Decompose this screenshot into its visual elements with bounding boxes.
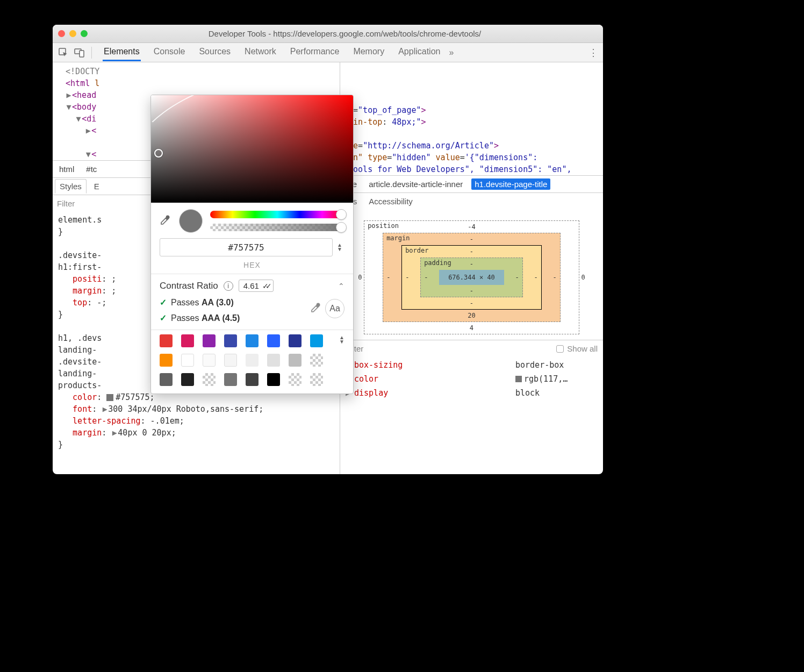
- breadcrumb-item[interactable]: #tc: [83, 163, 100, 175]
- check-icon: ✓: [160, 313, 167, 323]
- devtools-window: Developer Tools - https://developers.goo…: [53, 25, 603, 474]
- show-all-label: Show all: [567, 344, 598, 353]
- tab-network[interactable]: Network: [243, 44, 277, 61]
- palette-swatch[interactable]: [246, 354, 259, 367]
- palette: ▲▼: [151, 330, 353, 394]
- hue-slider[interactable]: [210, 211, 344, 218]
- breadcrumb-item[interactable]: html: [56, 163, 77, 175]
- breadcrumb-right: clearticle.devsite-article-innerh1.devsi…: [340, 175, 603, 192]
- palette-swatch[interactable]: [160, 334, 173, 347]
- palette-swatch[interactable]: [267, 373, 280, 386]
- palette-swatch[interactable]: [203, 334, 216, 347]
- main-toolbar: Elements Console Sources Network Perform…: [53, 43, 603, 62]
- contrast-collapse-icon[interactable]: ⌃: [338, 282, 344, 290]
- palette-swatch[interactable]: [246, 373, 259, 386]
- palette-swatch[interactable]: [224, 334, 237, 347]
- palette-swatch[interactable]: [267, 354, 280, 367]
- contrast-title: Contrast Ratio: [160, 281, 218, 291]
- right-pane: id="top_of_page">rgin-top: 48px;">erype=…: [340, 62, 603, 474]
- text-color-toggle[interactable]: Aa: [325, 299, 344, 318]
- check-icon: ✓: [160, 297, 167, 308]
- palette-swatch[interactable]: [181, 334, 194, 347]
- boxmodel-content: 676.344 × 40: [439, 270, 504, 285]
- box-model: position -4 4 0 0 margin - 20 - - bord: [340, 210, 603, 340]
- styles-filter-input[interactable]: Filter: [57, 199, 75, 208]
- boxmodel-padding-label: padding: [424, 259, 451, 267]
- palette-swatch[interactable]: [289, 354, 302, 367]
- spectrum-handle[interactable]: [154, 149, 163, 158]
- palette-swatch[interactable]: [289, 373, 302, 386]
- palette-swatch[interactable]: [203, 354, 216, 367]
- tab-performance[interactable]: Performance: [289, 44, 341, 61]
- palette-swatch[interactable]: [310, 354, 323, 367]
- tab-memory[interactable]: Memory: [352, 44, 385, 61]
- computed-filter-row: Filter Show all: [340, 340, 603, 357]
- alpha-thumb[interactable]: [336, 222, 347, 233]
- device-toggle-icon[interactable]: [73, 46, 86, 59]
- info-icon[interactable]: i: [224, 281, 233, 291]
- tab-accessibility[interactable]: Accessibility: [364, 195, 417, 208]
- palette-swatch[interactable]: [224, 373, 237, 386]
- dom-tree-right[interactable]: id="top_of_page">rgin-top: 48px;">erype=…: [340, 62, 603, 175]
- eyedropper-icon[interactable]: [160, 215, 171, 227]
- tab-styles[interactable]: Styles: [55, 179, 87, 194]
- current-color-swatch: [179, 209, 203, 233]
- computed-list[interactable]: ▶box-sizingborder-box▶colorrgb(117,…▶dis…: [340, 357, 603, 474]
- color-spectrum[interactable]: [151, 95, 353, 203]
- palette-swatch[interactable]: [181, 354, 194, 367]
- hue-thumb[interactable]: [336, 209, 347, 220]
- boxmodel-position-label: position: [368, 222, 399, 230]
- palette-swatch[interactable]: [224, 354, 237, 367]
- svg-rect-2: [80, 51, 84, 57]
- alpha-slider[interactable]: [210, 224, 344, 231]
- zoom-icon[interactable]: [81, 30, 88, 37]
- breadcrumb-item[interactable]: article.devsite-article-inner: [365, 178, 466, 190]
- tab-console[interactable]: Console: [153, 44, 186, 61]
- palette-stepper[interactable]: ▲▼: [339, 335, 344, 344]
- contrast-eyedropper-icon[interactable]: [310, 303, 321, 315]
- boxmodel-border-label: border: [405, 247, 428, 254]
- traffic-lights: [58, 30, 88, 37]
- window-title: Developer Tools - https://developers.goo…: [92, 29, 598, 38]
- hex-input[interactable]: [160, 238, 333, 256]
- contrast-curve: [151, 95, 353, 203]
- breadcrumb-item[interactable]: h1.devsite-page-title: [471, 178, 550, 190]
- palette-swatch[interactable]: [310, 334, 323, 347]
- close-icon[interactable]: [58, 30, 65, 37]
- color-picker-popover: ▲▼ HEX Contrast Ratio i 4.61 ✓✓ ⌃ ✓Passe…: [150, 95, 354, 394]
- hex-label: HEX: [151, 261, 353, 274]
- palette-swatch[interactable]: [267, 334, 280, 347]
- palette-swatch[interactable]: [246, 334, 259, 347]
- inspect-icon[interactable]: [57, 46, 70, 59]
- tab-elements[interactable]: Elements: [103, 44, 141, 61]
- palette-swatch[interactable]: [160, 354, 173, 367]
- palette-swatch[interactable]: [203, 373, 216, 386]
- contrast-ratio-badge: 4.61 ✓✓: [239, 280, 274, 292]
- tab-application[interactable]: Application: [397, 44, 441, 61]
- more-tabs-icon[interactable]: »: [449, 48, 454, 58]
- palette-swatch[interactable]: [310, 373, 323, 386]
- palette-swatch[interactable]: [181, 373, 194, 386]
- format-stepper[interactable]: ▲▼: [337, 243, 344, 252]
- show-all-checkbox[interactable]: [556, 345, 564, 353]
- titlebar: Developer Tools - https://developers.goo…: [53, 25, 603, 43]
- boxmodel-margin-label: margin: [386, 234, 410, 242]
- tab-sources[interactable]: Sources: [198, 44, 232, 61]
- minimize-icon[interactable]: [69, 30, 76, 37]
- panel-tabs: Elements Console Sources Network Perform…: [103, 44, 441, 61]
- tab-events[interactable]: E: [90, 180, 104, 193]
- palette-swatch[interactable]: [160, 373, 173, 386]
- sidebar-tabs-right: ies Accessibility: [340, 192, 603, 210]
- palette-swatch[interactable]: [289, 334, 302, 347]
- settings-menu-icon[interactable]: ⋮: [588, 47, 599, 59]
